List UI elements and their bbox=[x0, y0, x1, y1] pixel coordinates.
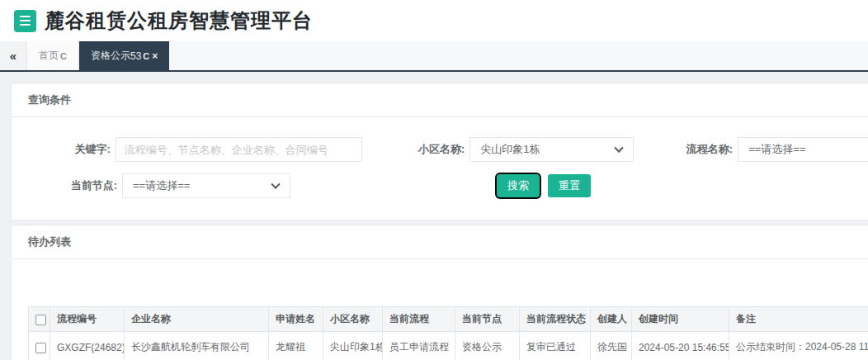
refresh-icon[interactable]: C bbox=[143, 51, 149, 61]
cell-process-status: 复审已通过 bbox=[520, 332, 591, 360]
chevron-down-icon bbox=[615, 144, 624, 153]
process-name-select[interactable]: ==请选择== bbox=[738, 137, 868, 162]
keyword-input[interactable] bbox=[116, 137, 362, 162]
select-all-checkbox[interactable] bbox=[35, 315, 46, 325]
todo-list-panel: 待办列表 流程编号 企业名称 申请姓名 小区名称 当 bbox=[11, 225, 868, 360]
app-header: 麓谷租赁公租房智慧管理平台 bbox=[0, 0, 868, 41]
process-name-select-value: ==请选择== bbox=[748, 142, 805, 157]
main-content: 查询条件 关键字: 小区名称: 尖山印象1栋 流程名称: ==请选择== 当前节… bbox=[0, 72, 868, 360]
community-label: 小区名称: bbox=[362, 142, 469, 157]
col-header-created-time: 创建时间 bbox=[632, 307, 729, 332]
col-header-current-process: 当前流程 bbox=[383, 307, 455, 332]
query-conditions-panel: 查询条件 关键字: 小区名称: 尖山印象1栋 流程名称: ==请选择== 当前节… bbox=[11, 83, 868, 220]
keyword-label: 关键字: bbox=[12, 142, 116, 157]
cell-current-node: 资格公示 bbox=[455, 332, 520, 360]
todo-table: 流程编号 企业名称 申请姓名 小区名称 当前流程 当前节点 当前流程状态 创建人… bbox=[28, 306, 868, 360]
current-node-select-value: ==请选择== bbox=[133, 178, 190, 193]
cell-remark: 公示结束时间：2024-05-28 11:05:32 bbox=[729, 332, 868, 360]
collapse-tabs-icon[interactable]: « bbox=[0, 41, 26, 70]
cell-company: 长沙鑫航机轮刹车有限公司 bbox=[125, 332, 269, 360]
search-button[interactable]: 搜索 bbox=[497, 174, 540, 197]
refresh-icon[interactable]: C bbox=[60, 51, 67, 61]
col-header-process-status: 当前流程状态 bbox=[520, 307, 591, 332]
community-select[interactable]: 尖山印象1栋 bbox=[469, 137, 634, 162]
col-header-company: 企业名称 bbox=[125, 307, 269, 332]
hamburger-menu-icon[interactable] bbox=[14, 10, 36, 32]
tab-qualification-publicity[interactable]: 资格公示53 C × bbox=[79, 41, 169, 70]
reset-button[interactable]: 重置 bbox=[548, 174, 591, 197]
query-panel-title: 查询条件 bbox=[12, 83, 868, 117]
todo-panel-title: 待办列表 bbox=[12, 225, 868, 259]
cell-community: 尖山印象1栋 bbox=[323, 332, 383, 360]
col-header-remark: 备注 bbox=[729, 307, 868, 332]
cell-created-time: 2024-05-20 15:46:55 bbox=[632, 332, 729, 360]
cell-applicant: 龙耀祖 bbox=[269, 332, 323, 360]
page-title: 麓谷租赁公租房智慧管理平台 bbox=[45, 7, 313, 34]
table-row[interactable]: GXGZF(24682) 长沙鑫航机轮刹车有限公司 龙耀祖 尖山印象1栋 员工申… bbox=[29, 332, 868, 360]
tab-count-badge: 53 bbox=[130, 50, 141, 62]
process-name-label: 流程名称: bbox=[634, 142, 738, 157]
current-node-label: 当前节点: bbox=[12, 178, 122, 193]
col-header-process-no: 流程编号 bbox=[50, 307, 125, 332]
close-icon[interactable]: × bbox=[152, 50, 158, 62]
cell-process-no: GXGZF(24682) bbox=[50, 332, 125, 360]
community-select-value: 尖山印象1栋 bbox=[480, 142, 540, 157]
current-node-select[interactable]: ==请选择== bbox=[122, 173, 290, 198]
col-header-creator: 创建人 bbox=[591, 307, 632, 332]
col-header-current-node: 当前节点 bbox=[455, 307, 520, 332]
col-header-community: 小区名称 bbox=[323, 307, 383, 332]
col-header-applicant: 申请姓名 bbox=[269, 307, 323, 332]
chevron-down-icon bbox=[271, 180, 280, 189]
table-header-row: 流程编号 企业名称 申请姓名 小区名称 当前流程 当前节点 当前流程状态 创建人… bbox=[29, 307, 868, 332]
tab-bar: « 首页 C 资格公示53 C × bbox=[0, 41, 868, 72]
cell-current-process: 员工申请流程 bbox=[383, 332, 455, 360]
tab-home[interactable]: 首页 C bbox=[26, 41, 79, 70]
tab-home-label: 首页 bbox=[39, 49, 59, 63]
row-checkbox[interactable] bbox=[35, 343, 46, 353]
cell-creator: 徐先国 bbox=[591, 332, 632, 360]
tab-qualification-label: 资格公示 bbox=[91, 49, 130, 63]
table-toolbar bbox=[28, 276, 868, 306]
